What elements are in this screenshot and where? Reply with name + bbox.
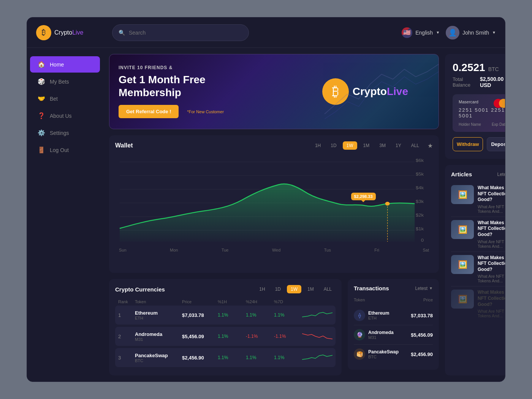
deposit-button[interactable]: Deposit bbox=[487, 137, 505, 151]
crypto-time-all[interactable]: ALL bbox=[320, 285, 336, 293]
sidebar-item-bet[interactable]: 🤝 Bet bbox=[30, 90, 100, 107]
user-chevron-icon: ▼ bbox=[492, 30, 496, 35]
body-area: 🏠 Home 🎲 My Bets 🤝 Bet ❓ About Us ⚙️ Set… bbox=[27, 48, 505, 382]
language-label: English bbox=[415, 30, 433, 36]
payment-card: Masercard 2251 5001 2251 5001 Holder Nam… bbox=[453, 94, 505, 132]
articles-header: Articles Letest ▼ bbox=[451, 171, 505, 177]
article-subtitle: What Are NFT Tokens And... bbox=[478, 274, 505, 283]
flag-icon: 🇺🇸 bbox=[402, 27, 412, 38]
table-row: 3 PancakeSwap BTC $2,456.90 1.1% 1.1% 1.… bbox=[115, 348, 336, 367]
app-container: ₿ CryptoLive 🔍 🇺🇸 English ▼ 👤 John Smith… bbox=[27, 17, 505, 382]
time-btn-all[interactable]: ALL bbox=[407, 141, 423, 150]
crypto-time-1d[interactable]: 1D bbox=[271, 285, 285, 293]
bottom-section: Crypto Currencies 1H 1D 1W 1M ALL bbox=[109, 279, 439, 375]
sidebar-item-home[interactable]: 🏠 Home bbox=[30, 56, 100, 73]
wallet-title: Wallet bbox=[115, 142, 133, 149]
sidebar-item-aboutus[interactable]: ❓ About Us bbox=[30, 108, 100, 124]
table-row: ⟠ Ethereum ETH $7,033.78 bbox=[354, 306, 433, 325]
action-buttons: Withdraw Deposit bbox=[453, 137, 505, 151]
list-item: 🖼️ What Makes A NFT Collection Good? Wha… bbox=[451, 287, 505, 321]
mastercard-icon bbox=[494, 99, 505, 108]
crypto-section: Crypto Currencies 1H 1D 1W 1M ALL bbox=[109, 279, 342, 375]
articles-filter[interactable]: Letest ▼ bbox=[497, 172, 505, 177]
holder-label: Holder Name bbox=[459, 122, 481, 127]
logo-icon: ₿ bbox=[36, 25, 51, 40]
list-item[interactable]: 🖼️ What Makes A NFT Collection Good? Wha… bbox=[451, 252, 505, 287]
card-number: 2251 5001 2251 5001 bbox=[459, 107, 505, 119]
transactions-card: Transactions Letest ▼ Token Price bbox=[348, 279, 439, 370]
filter-chevron-icon: ▼ bbox=[429, 286, 433, 290]
total-balance-row: Total Balance $2,500.00 USD bbox=[453, 76, 505, 88]
banner: INVITE 10 FRIENDS & Get 1 Month Free Mem… bbox=[109, 54, 439, 129]
svg-text:$5k: $5k bbox=[416, 172, 424, 177]
btc-balance: 0.2521 BTC bbox=[453, 62, 505, 74]
star-icon[interactable]: ★ bbox=[428, 142, 433, 149]
sidebar-item-label: Home bbox=[50, 62, 64, 68]
article-subtitle: What Are NFT Tokens And... bbox=[478, 239, 505, 249]
home-icon: 🏠 bbox=[38, 61, 45, 68]
time-btn-1m[interactable]: 1M bbox=[359, 141, 374, 150]
transactions-filter[interactable]: Letest ▼ bbox=[415, 286, 433, 291]
btc-amount: 0.2521 bbox=[453, 62, 485, 74]
crypto-time-1w[interactable]: 1W bbox=[287, 285, 301, 293]
logo-text: CryptoLive bbox=[54, 29, 83, 36]
article-title: What Makes A NFT Collection Good? bbox=[478, 255, 505, 273]
withdraw-button[interactable]: Withdraw bbox=[453, 137, 483, 151]
sidebar-item-label: Bet bbox=[50, 96, 58, 102]
svg-text:$3k: $3k bbox=[416, 199, 424, 204]
list-item[interactable]: 🖼️ What Makes A NFT Collection Good? Wha… bbox=[451, 182, 505, 217]
sidebar: 🏠 Home 🎲 My Bets 🤝 Bet ❓ About Us ⚙️ Set… bbox=[27, 48, 103, 382]
right-column: 0.2521 BTC Total Balance $2,500.00 USD M… bbox=[445, 54, 505, 375]
get-referral-button[interactable]: Get Referral Code ! bbox=[119, 105, 179, 118]
mini-chart-andro bbox=[302, 331, 332, 342]
chevron-down-icon: ▼ bbox=[436, 30, 440, 35]
user-area[interactable]: 👤 John Smith ▼ bbox=[446, 26, 496, 40]
time-btn-1d[interactable]: 1D bbox=[327, 141, 340, 150]
logo-area: ₿ CryptoLive bbox=[36, 25, 104, 40]
articles-title: Articles bbox=[451, 171, 472, 177]
about-icon: ❓ bbox=[38, 112, 45, 119]
sidebar-item-settings[interactable]: ⚙️ Settings bbox=[30, 125, 100, 141]
bets-icon: 🎲 bbox=[38, 78, 45, 85]
svg-text:$2k: $2k bbox=[416, 213, 424, 218]
svg-text:0: 0 bbox=[421, 238, 424, 243]
transactions-cols: Token Price bbox=[354, 296, 433, 304]
transactions-header: Transactions Letest ▼ bbox=[354, 285, 433, 291]
sidebar-item-logout[interactable]: 🚪 Log Out bbox=[30, 142, 100, 158]
center-column: INVITE 10 FRIENDS & Get 1 Month Free Mem… bbox=[109, 54, 439, 375]
time-btn-1h[interactable]: 1H bbox=[311, 141, 325, 150]
usd-amount: $2,500.00 USD bbox=[480, 76, 505, 88]
time-btn-3m[interactable]: 3M bbox=[375, 141, 390, 150]
crypto-title: Crypto Currencies bbox=[115, 286, 165, 293]
crypto-time-filters: 1H 1D 1W 1M ALL bbox=[255, 285, 336, 293]
time-btn-1w[interactable]: 1W bbox=[343, 141, 357, 150]
time-btn-1y[interactable]: 1Y bbox=[392, 141, 405, 150]
banner-note: *For New Customer bbox=[187, 109, 224, 114]
chart-x-labels: Sun Mon Tue Wed Tus Fri Sat bbox=[115, 245, 433, 252]
sidebar-item-label: About Us bbox=[50, 113, 72, 119]
sidebar-item-mybets[interactable]: 🎲 My Bets bbox=[30, 73, 100, 90]
search-input[interactable] bbox=[129, 30, 242, 36]
crypto-time-1h[interactable]: 1H bbox=[255, 285, 269, 293]
banner-text-area: INVITE 10 FRIENDS & Get 1 Month Free Mem… bbox=[119, 65, 248, 118]
article-thumbnail: 🖼️ bbox=[451, 255, 474, 274]
article-thumbnail: 🖼️ bbox=[451, 185, 474, 204]
banner-chart-bg bbox=[325, 54, 439, 129]
crypto-card: Crypto Currencies 1H 1D 1W 1M ALL bbox=[109, 279, 342, 375]
table-row: 2 Andromeda M31 $5,456.09 1.1% -1.1% -1.… bbox=[115, 327, 336, 346]
search-bar[interactable]: 🔍 bbox=[112, 24, 249, 41]
language-selector[interactable]: 🇺🇸 English ▼ bbox=[402, 27, 440, 38]
chart-tooltip: $2,298.33 bbox=[351, 193, 376, 200]
crypto-time-1m[interactable]: 1M bbox=[304, 285, 318, 293]
card-footer: Holder Name Exp Date bbox=[459, 122, 505, 127]
settings-icon: ⚙️ bbox=[38, 129, 45, 136]
article-title: What Makes A NFT Collection Good? bbox=[478, 220, 505, 238]
andromeda-icon: 🔮 bbox=[354, 329, 365, 340]
table-row: 🔮 Andromeda M31 $5,456.09 bbox=[354, 325, 433, 345]
list-item[interactable]: 🖼️ What Makes A NFT Collection Good? Wha… bbox=[451, 217, 505, 252]
banner-invite-text: INVITE 10 FRIENDS & bbox=[119, 65, 248, 70]
user-name: John Smith bbox=[462, 30, 489, 36]
svg-text:$1k: $1k bbox=[416, 226, 424, 231]
transactions-section: Transactions Letest ▼ Token Price bbox=[348, 279, 439, 375]
balance-card: 0.2521 BTC Total Balance $2,500.00 USD M… bbox=[445, 54, 505, 159]
